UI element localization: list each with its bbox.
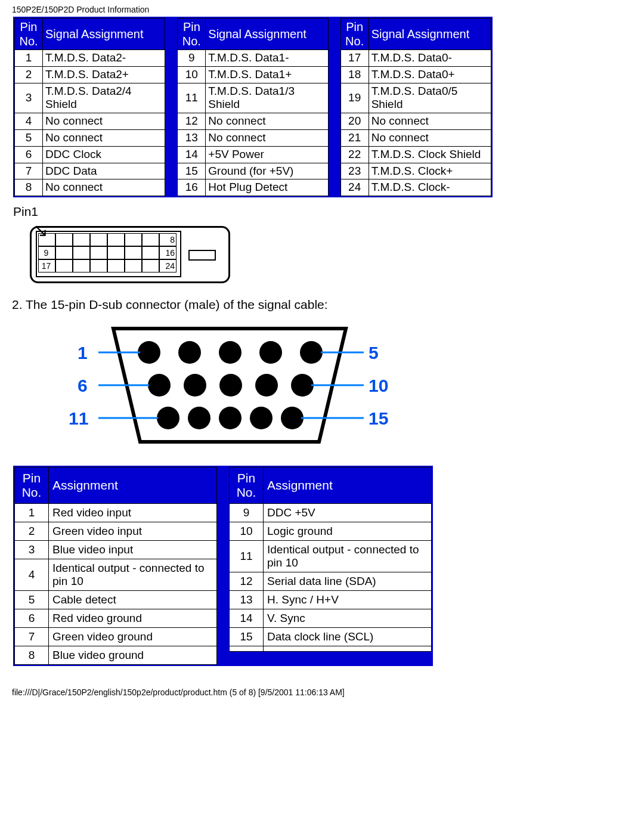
- dvi-ground-slot: [188, 250, 216, 261]
- dsub-col1-body: 1Red video input2Green video input3Blue …: [15, 504, 217, 665]
- pin-number: 9: [230, 504, 264, 522]
- col-header-assign: Signal Assignment: [43, 18, 165, 50]
- pin-assignment: Red video ground: [49, 609, 217, 628]
- table-row: 6DDC Clock: [15, 146, 165, 163]
- pin-number: 16: [178, 179, 206, 196]
- dvi-pin-col-3: Pin No. Signal Assignment 17T.M.D.S. Dat…: [340, 18, 491, 196]
- pin-number: 8: [15, 179, 43, 196]
- pin-number: 18: [340, 66, 369, 83]
- pin-assignment: No connect: [43, 179, 165, 196]
- table-row: 7Green video ground: [15, 628, 217, 646]
- col-header-assign: Assignment: [264, 467, 432, 504]
- table-row: 4Identical output - connected to pin 10: [15, 559, 217, 591]
- col-header-pin: Pin No.: [230, 467, 264, 504]
- pin-assignment: Identical output - connected to pin 10: [49, 559, 217, 591]
- pin-assignment: Green video input: [49, 522, 217, 541]
- pin-assignment: Identical output - connected to pin 10: [264, 541, 432, 572]
- table-row: 5No connect: [15, 129, 165, 146]
- col-header-pin: Pin No.: [340, 18, 369, 50]
- dsub-label-15: 15: [369, 408, 388, 429]
- table-row: 11Identical output - connected to pin 10: [230, 541, 432, 572]
- dsub-label-5: 5: [369, 343, 379, 363]
- dvi-col2-body: 9T.M.D.S. Data1-10T.M.D.S. Data1+11T.M.D…: [178, 50, 328, 196]
- pin-number: 3: [15, 83, 43, 113]
- dvi-col1-body: 1T.M.D.S. Data2-2T.M.D.S. Data2+3T.M.D.S…: [15, 50, 165, 196]
- pin-number: 1: [15, 50, 43, 67]
- pin-assignment: T.M.D.S. Data0-: [369, 50, 491, 67]
- pin-number: 13: [178, 129, 206, 146]
- pin-assignment: T.M.D.S. Data2/4 Shield: [43, 83, 165, 113]
- dsub-pin-table: Pin No. Assignment 1Red video input2Gree…: [13, 466, 433, 666]
- table-row: [230, 646, 432, 652]
- svg-point-10: [255, 374, 278, 397]
- pin-number: 20: [340, 113, 369, 130]
- svg-point-12: [157, 407, 179, 429]
- pin-number: 22: [340, 146, 369, 163]
- table-row: 4No connect: [15, 113, 165, 130]
- pin-assignment: Blue video ground: [49, 646, 217, 665]
- pin-number: 2: [15, 522, 49, 541]
- svg-point-13: [188, 407, 210, 429]
- svg-point-14: [219, 407, 242, 429]
- svg-point-15: [250, 407, 273, 429]
- pin-assignment: [264, 646, 432, 652]
- table-row: 18T.M.D.S. Data0+: [340, 66, 491, 83]
- page-footer: file:///D|/Grace/150P2/english/150p2e/pr…: [12, 688, 632, 697]
- dsub-label-1: 1: [78, 343, 88, 363]
- svg-point-9: [219, 374, 242, 397]
- dvi-cell-17: 17: [38, 259, 55, 272]
- table-row: 8Blue video ground: [15, 646, 217, 665]
- table-row: 9T.M.D.S. Data1-: [178, 50, 328, 67]
- dsub-pin-col-2: Pin No. Assignment 9DDC +5V10Logic groun…: [229, 467, 432, 665]
- col-header-pin: Pin No.: [15, 467, 49, 504]
- dvi-col3-body: 17T.M.D.S. Data0-18T.M.D.S. Data0+19T.M.…: [340, 50, 491, 196]
- pin-number: 4: [15, 559, 49, 591]
- pin-assignment: T.M.D.S. Data1-: [206, 50, 328, 67]
- pin1-label: Pin1: [13, 205, 632, 219]
- pin-number: 15: [230, 628, 264, 646]
- table-row: 14V. Sync: [230, 609, 432, 628]
- pin-number: 14: [178, 146, 206, 163]
- pin-assignment: T.M.D.S. Data0/5 Shield: [369, 83, 491, 113]
- table-row: 13H. Sync / H+V: [230, 591, 432, 609]
- pin-number: 4: [15, 113, 43, 130]
- table-row: 12No connect: [178, 113, 328, 130]
- svg-line-0: [36, 226, 45, 235]
- dvi-grid: 8 916 1724: [38, 233, 177, 272]
- pin-assignment: No connect: [369, 129, 491, 146]
- pin-assignment: DDC Data: [43, 163, 165, 179]
- col-header-assign: Signal Assignment: [206, 18, 328, 50]
- pin-number: 13: [230, 591, 264, 609]
- pin-number: 10: [178, 66, 206, 83]
- pin-assignment: Serial data line (SDA): [264, 572, 432, 591]
- table-row: 11T.M.D.S. Data1/3 Shield: [178, 83, 328, 113]
- table-row: 9DDC +5V: [230, 504, 432, 522]
- pin-number: 19: [340, 83, 369, 113]
- pin-assignment: Blue video input: [49, 541, 217, 559]
- pin-assignment: H. Sync / H+V: [264, 591, 432, 609]
- table-row: 21No connect: [340, 129, 491, 146]
- pin-assignment: T.M.D.S. Clock-: [369, 179, 491, 196]
- pin-number: [230, 646, 264, 652]
- svg-point-2: [138, 341, 160, 364]
- pin-number: 2: [15, 66, 43, 83]
- table-row: 19T.M.D.S. Data0/5 Shield: [340, 83, 491, 113]
- table-row: 13No connect: [178, 129, 328, 146]
- pin-assignment: T.M.D.S. Data2-: [43, 50, 165, 67]
- pin-number: 6: [15, 146, 43, 163]
- pin-number: 8: [15, 646, 49, 665]
- pin-assignment: No connect: [369, 113, 491, 130]
- pin-number: 24: [340, 179, 369, 196]
- table-row: 14+5V Power: [178, 146, 328, 163]
- table-row: 15Data clock line (SCL): [230, 628, 432, 646]
- dsub-label-6: 6: [78, 376, 88, 396]
- pin-assignment: T.M.D.S. Clock+: [369, 163, 491, 179]
- table-row: 5Cable detect: [15, 591, 217, 609]
- table-row: 17T.M.D.S. Data0-: [340, 50, 491, 67]
- pin-number: 10: [230, 522, 264, 541]
- dvi-cell-16: 16: [159, 246, 177, 259]
- pin-assignment: No connect: [43, 129, 165, 146]
- dsub-label-11: 11: [69, 408, 88, 429]
- pin-number: 7: [15, 163, 43, 179]
- pin-assignment: Green video ground: [49, 628, 217, 646]
